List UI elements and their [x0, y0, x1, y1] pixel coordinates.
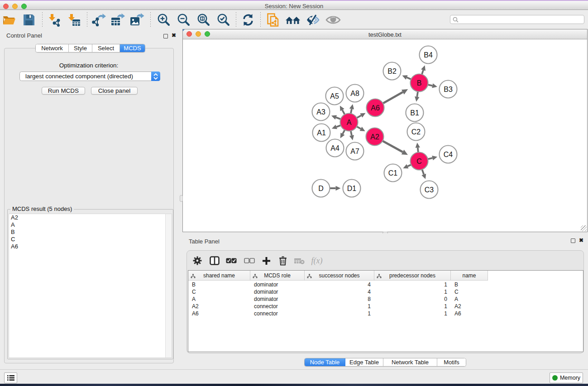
graph-node-D1[interactable]: D1 [343, 180, 361, 197]
graph-node-D[interactable]: D [312, 180, 330, 197]
table-row[interactable]: A6connector11A6 [188, 310, 583, 317]
tab-motifs[interactable]: Motifs [437, 358, 466, 366]
search-input[interactable] [459, 16, 584, 23]
deselect-all-icon[interactable] [243, 254, 256, 267]
column-header-name[interactable]: name [451, 271, 488, 280]
table-cell: 4 [305, 288, 374, 295]
split-columns-icon[interactable] [208, 254, 221, 267]
task-history-button[interactable] [4, 372, 17, 383]
control-panel-tabs: NetworkStyleSelectMCDS [35, 44, 145, 52]
column-header-successor-nodes[interactable]: successor nodes [305, 271, 374, 280]
network-graph-canvas[interactable]: B4B2BB3A5A8A6B1A3AA1C2A2A4A7C4CC1C3DD1 [183, 39, 587, 232]
graph-node-C4[interactable]: C4 [440, 146, 457, 163]
graph-node-B3[interactable]: B3 [440, 81, 457, 98]
column-label: MCDS role [264, 272, 291, 279]
tab-network[interactable]: Network [36, 44, 69, 52]
node-label: B3 [444, 86, 453, 93]
import-table-icon[interactable] [66, 13, 81, 27]
tab-edge-table[interactable]: Edge Table [345, 358, 383, 366]
tab-node-table[interactable]: Node Table [305, 358, 345, 366]
result-item[interactable]: A2 [9, 214, 172, 221]
first-neighbors-icon[interactable] [285, 13, 301, 27]
mcds-result-list[interactable]: A2ABCA6 [9, 214, 172, 358]
result-item[interactable]: A [9, 221, 172, 229]
gear-icon[interactable] [191, 254, 204, 267]
graph-node-B1[interactable]: B1 [406, 104, 424, 122]
clone-network-icon[interactable] [266, 13, 281, 27]
tab-mcds[interactable]: MCDS [120, 44, 145, 52]
graph-node-C[interactable]: C [411, 152, 428, 170]
hide-selected-icon[interactable] [305, 13, 320, 27]
select-all-icon[interactable] [225, 254, 238, 267]
graph-edge-arrowhead [336, 186, 341, 191]
table-row[interactable]: A2connector11A2 [188, 303, 583, 310]
close-panel-icon[interactable]: ✖ [172, 33, 176, 38]
delete-table-icon[interactable] [292, 254, 306, 267]
search-box[interactable] [450, 15, 584, 24]
refresh-icon[interactable] [240, 13, 256, 27]
toolbar-separator [236, 12, 236, 27]
close-table-panel-icon[interactable]: ✖ [579, 238, 583, 243]
graph-node-B2[interactable]: B2 [383, 62, 401, 80]
save-session-icon[interactable] [21, 13, 37, 27]
graph-node-A5[interactable]: A5 [326, 87, 344, 105]
zoom-out-icon[interactable] [176, 13, 191, 27]
graph-node-A6[interactable]: A6 [367, 99, 384, 117]
graph-node-A4[interactable]: A4 [326, 139, 344, 157]
graph-node-B4[interactable]: B4 [420, 46, 437, 64]
result-scrollbar[interactable] [165, 214, 172, 357]
result-item[interactable]: B [9, 229, 172, 236]
delete-column-icon[interactable] [276, 254, 290, 267]
result-item[interactable]: C [9, 236, 172, 243]
tab-style[interactable]: Style [69, 44, 92, 52]
split-handle-left[interactable] [180, 195, 183, 202]
column-header-shared-name[interactable]: shared name [188, 271, 250, 280]
add-column-icon[interactable] [259, 254, 273, 267]
graph-node-A2[interactable]: A2 [366, 128, 384, 146]
table-cell: 1 [374, 303, 451, 310]
zoom-in-icon[interactable] [156, 13, 171, 27]
show-all-icon[interactable] [325, 13, 341, 27]
tab-network-table[interactable]: Network Table [383, 358, 437, 366]
tab-select[interactable]: Select [92, 44, 120, 52]
graph-node-C1[interactable]: C1 [384, 164, 402, 182]
memory-button[interactable]: Memory [550, 372, 583, 383]
export-image-icon[interactable] [129, 13, 145, 27]
graph-node-C2[interactable]: C2 [407, 123, 425, 141]
graph-node-A3[interactable]: A3 [312, 103, 330, 121]
table-row[interactable]: Cdominator41C [188, 288, 583, 295]
graph-node-A8[interactable]: A8 [346, 85, 364, 102]
graph-node-B[interactable]: B [411, 74, 428, 92]
export-table-icon[interactable] [110, 13, 126, 27]
application-window: Session: New Session [0, 0, 588, 384]
zoom-fit-icon[interactable] [196, 13, 211, 27]
node-label: B4 [424, 51, 433, 59]
graph-node-C3[interactable]: C3 [421, 181, 438, 199]
column-header-predecessor-nodes[interactable]: predecessor nodes [374, 271, 451, 280]
open-session-icon[interactable] [1, 13, 17, 27]
function-builder-icon[interactable]: f(x) [310, 254, 324, 267]
table-cell: 1 [374, 288, 451, 295]
export-network-icon[interactable] [91, 13, 107, 27]
close-panel-button[interactable]: Close panel [91, 87, 138, 95]
resize-grip-icon[interactable] [581, 225, 587, 231]
tab-label: Network [41, 45, 63, 52]
table-panel-title: Table Panel [189, 238, 220, 245]
table-row[interactable]: Bdominator41B [188, 281, 583, 288]
run-mcds-button[interactable]: Run MCDS [42, 87, 85, 95]
graph-node-A1[interactable]: A1 [313, 124, 330, 142]
zoom-selected-icon[interactable] [215, 13, 231, 27]
graph-edge-arrowhead [349, 104, 354, 110]
column-header-MCDS-role[interactable]: MCDS role [250, 271, 305, 280]
graph-node-A[interactable]: A [340, 114, 358, 131]
node-table[interactable]: shared nameMCDS rolesuccessor nodesprede… [188, 270, 583, 352]
graph-node-A7[interactable]: A7 [346, 143, 364, 160]
result-item[interactable]: A6 [9, 243, 172, 250]
table-row[interactable]: Adominator80A [188, 295, 583, 303]
float-table-panel-icon[interactable] [571, 238, 575, 243]
network-window-titlebar[interactable]: testGlobe.txt [183, 29, 587, 39]
table-cell: C [188, 288, 250, 295]
import-network-icon[interactable] [47, 13, 62, 27]
float-panel-icon[interactable] [163, 34, 168, 38]
criterion-dropdown[interactable]: largest connected component (directed) [19, 71, 160, 81]
